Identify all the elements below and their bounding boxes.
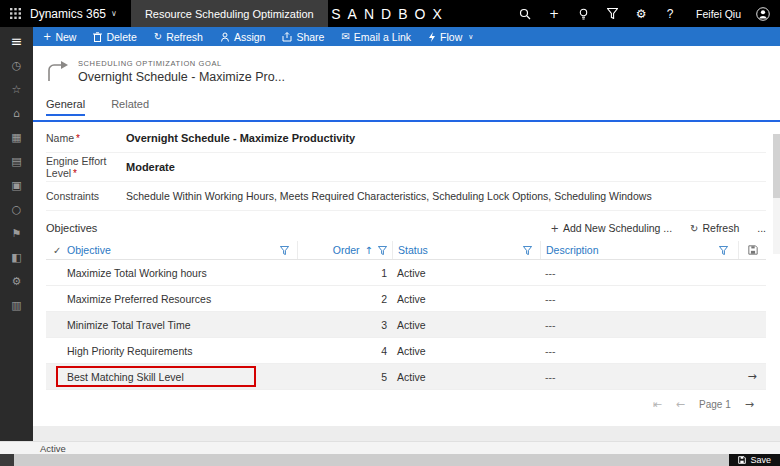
name-field-value[interactable]: Overnight Schedule - Maximize Productivi…: [126, 132, 355, 144]
objective-cell: Maximize Total Working hours: [67, 260, 297, 285]
field-constraints: Constraints Schedule Within Working Hour…: [46, 182, 766, 211]
menu-icon[interactable]: ≡: [11, 29, 23, 53]
add-new-scheduling-button[interactable]: + Add New Scheduling ...: [551, 222, 673, 234]
goals-icon[interactable]: ⚑: [12, 221, 22, 245]
sort-ascending-icon: ↑: [365, 245, 373, 256]
settings-icon[interactable]: ⚙: [12, 269, 22, 293]
objective-cell-text: Best Matching Skill Level: [67, 371, 184, 383]
table-row-highlighted[interactable]: Best Matching Skill Level 5 Active --- →: [46, 364, 766, 390]
constraints-field-value[interactable]: Schedule Within Working Hours, Meets Req…: [126, 190, 652, 202]
table-row[interactable]: Maximize Preferred Resources 2 Active --…: [46, 286, 766, 312]
first-page-icon[interactable]: ⇤: [653, 398, 662, 411]
search-icon[interactable]: [518, 7, 532, 21]
effort-field-value[interactable]: Moderate: [126, 161, 175, 173]
status-cell: Active: [392, 319, 540, 331]
next-page-icon[interactable]: →: [745, 398, 754, 411]
help-icon[interactable]: ?: [663, 7, 677, 21]
record-status-bar: Active: [0, 441, 780, 454]
flow-icon: [428, 32, 436, 42]
save-button-label: Save: [750, 455, 771, 465]
requirements-icon[interactable]: ▤: [11, 149, 21, 173]
app-name[interactable]: Resource Scheduling Optimization: [131, 0, 328, 27]
goal-entity-icon: [45, 61, 69, 82]
select-all-checkmark-icon[interactable]: ✓: [46, 245, 67, 256]
column-header-description[interactable]: Description: [540, 241, 738, 259]
open-row-arrow-icon[interactable]: →: [738, 370, 766, 383]
grid-more-commands-button[interactable]: ...: [757, 222, 766, 234]
tab-related[interactable]: Related: [111, 98, 149, 116]
settings-gear-icon[interactable]: ⚙: [634, 7, 648, 21]
table-row[interactable]: Maximize Total Working hours 1 Active --…: [46, 260, 766, 286]
share-button[interactable]: Share: [282, 31, 324, 43]
flow-button[interactable]: Flow ∨: [428, 31, 473, 43]
page-title: Overnight Schedule - Maximize Pro...: [78, 70, 285, 84]
resources-icon[interactable]: ○: [12, 197, 22, 221]
scrollbar-thumb[interactable]: [773, 134, 780, 198]
advanced-find-filter-icon[interactable]: [605, 7, 619, 21]
bottom-bar: Save: [0, 454, 780, 466]
recents-icon[interactable]: ◷: [12, 53, 22, 77]
field-engine-effort-level: Engine Effort Level* Moderate: [46, 153, 766, 182]
main-area: SCHEDULING OPTIMIZATION GOAL Overnight S…: [33, 46, 780, 441]
email-link-button[interactable]: ✉ Email a Link: [341, 31, 411, 43]
filter-funnel-icon[interactable]: [378, 246, 387, 255]
grid-refresh-label: Refresh: [702, 222, 739, 234]
pinned-icon[interactable]: ☆: [12, 77, 22, 101]
avatar[interactable]: [756, 7, 770, 21]
bookings-icon[interactable]: ▣: [11, 173, 21, 197]
brand-caret-icon[interactable]: ∨: [111, 9, 117, 18]
page-indicator: Page 1: [699, 399, 731, 410]
schedule-board-icon[interactable]: ▦: [11, 125, 21, 149]
assign-button[interactable]: Assign: [220, 31, 266, 43]
assign-button-label: Assign: [234, 31, 266, 43]
grid-pagination: ⇤ ← Page 1 →: [46, 390, 766, 418]
filter-funnel-icon[interactable]: [280, 246, 289, 255]
table-row[interactable]: High Priority Requirements 4 Active ---: [46, 338, 766, 364]
trash-icon: [93, 32, 102, 42]
command-bar: + New Delete ↻ Refresh Assign Share ✉: [33, 27, 780, 46]
form-body: Name* Overnight Schedule - Maximize Prod…: [33, 122, 780, 418]
app-launcher-icon[interactable]: [10, 8, 21, 19]
objective-column-label: Objective: [67, 244, 111, 256]
extensions-icon[interactable]: ▥: [11, 293, 21, 317]
status-cell: Active: [392, 293, 540, 305]
refresh-button[interactable]: ↻ Refresh: [154, 31, 203, 43]
description-cell: ---: [540, 371, 738, 383]
user-name[interactable]: Feifei Qiu: [696, 8, 741, 20]
delete-button-label: Delete: [106, 31, 136, 43]
grid-options-icon[interactable]: [738, 241, 766, 259]
objectives-grid-body: Maximize Total Working hours 1 Active --…: [46, 260, 766, 390]
filter-funnel-icon[interactable]: [523, 246, 532, 255]
vertical-scrollbar[interactable]: [773, 134, 780, 254]
filter-funnel-icon[interactable]: [719, 246, 728, 255]
plus-icon: +: [43, 31, 51, 42]
order-cell: 4: [297, 345, 392, 357]
objective-cell: Minimize Total Travel Time: [67, 312, 297, 337]
share-button-label: Share: [296, 31, 324, 43]
previous-page-icon[interactable]: ←: [676, 398, 685, 411]
column-header-objective[interactable]: Objective: [67, 244, 297, 256]
quick-create-icon[interactable]: +: [547, 7, 561, 21]
home-icon[interactable]: ⌂: [13, 101, 20, 125]
objective-cell: Best Matching Skill Level: [67, 364, 297, 389]
description-cell: ---: [540, 267, 738, 279]
grid-refresh-button[interactable]: ↻ Refresh: [690, 222, 739, 234]
column-header-order[interactable]: Order ↑: [297, 241, 392, 259]
save-floppy-icon: [738, 456, 746, 464]
top-navigation-bar: Dynamics 365 ∨ Resource Scheduling Optim…: [0, 0, 780, 27]
lightbulb-icon[interactable]: [576, 7, 590, 21]
refresh-icon: ↻: [690, 223, 698, 234]
table-row[interactable]: Minimize Total Travel Time 3 Active ---: [46, 312, 766, 338]
bottom-corner-block: [0, 454, 14, 466]
description-column-label: Description: [546, 244, 599, 256]
tab-general[interactable]: General: [46, 98, 85, 116]
brand-label[interactable]: Dynamics 365: [30, 7, 106, 21]
new-button[interactable]: + New: [43, 31, 76, 43]
delete-button[interactable]: Delete: [93, 31, 136, 43]
objective-cell: Maximize Preferred Resources: [67, 286, 297, 311]
analytics-icon[interactable]: ◧: [11, 245, 21, 269]
save-button[interactable]: Save: [729, 454, 780, 466]
share-icon: [282, 32, 292, 42]
constraints-field-label: Constraints: [46, 190, 126, 202]
column-header-status[interactable]: Status: [392, 241, 540, 259]
